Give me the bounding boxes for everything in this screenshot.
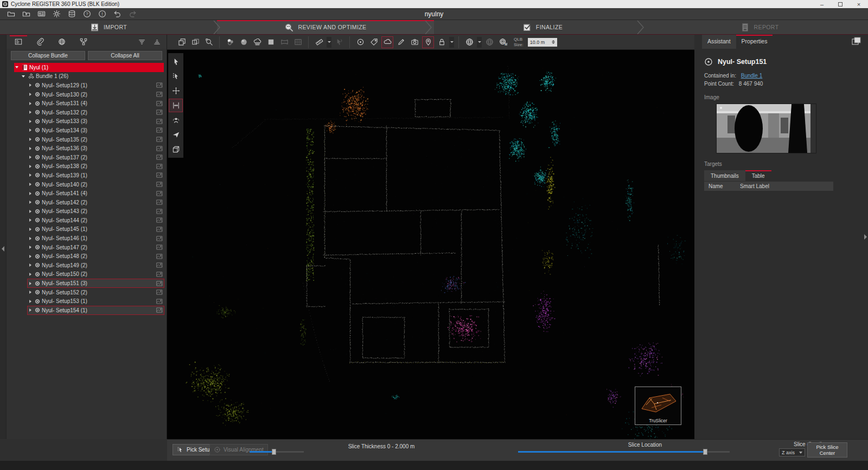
stepper-icon[interactable] [552,40,555,44]
image-icon[interactable] [156,271,163,278]
caret-down-icon[interactable] [22,75,25,78]
tree-item-setup[interactable]: Nyul- Setup150 (2) [7,270,167,279]
image-icon[interactable] [156,163,163,170]
tab-assistant[interactable]: Assistant [702,35,736,49]
caret-right-icon[interactable] [29,111,31,114]
tree-item-setup[interactable]: Nyul- Setup148 (2) [7,252,167,261]
fly-tool-button[interactable] [169,128,183,141]
tree-item-setup[interactable]: Nyul- Setup141 (4) [7,189,167,198]
caret-right-icon[interactable] [29,183,31,186]
caret-right-icon[interactable] [29,156,31,159]
pick-cursor-tool-button[interactable] [169,69,183,83]
tree-item-setup[interactable]: Nyul- Setup153 (1) [7,297,167,306]
image-icon[interactable] [156,307,163,313]
collapse-all-nodes-icon[interactable] [150,35,163,48]
caret-right-icon[interactable] [29,273,31,276]
pan-move-tool-button[interactable] [169,84,183,98]
cube-3d-tool-button[interactable] [169,143,183,156]
caret-right-icon[interactable] [29,291,31,294]
cloud-layers-button[interactable] [251,36,263,48]
caret-down-icon[interactable] [15,66,18,68]
tree-item-setup[interactable]: Nyul- Setup137 (2) [7,153,167,162]
point-cloud-canvas[interactable] [167,50,694,439]
sidebar-tab-globe[interactable] [55,35,68,48]
settings-gear-icon[interactable] [50,9,63,19]
tree-item-setup[interactable]: Nyul- Setup140 (2) [7,180,167,189]
slice-tool-button[interactable] [169,99,183,112]
tree-item-setup[interactable]: Nyul- Setup134 (3) [7,126,167,135]
close-button[interactable]: × [850,0,868,8]
image-icon[interactable] [156,181,163,188]
camera-button[interactable] [409,36,420,48]
image-icon[interactable] [156,109,163,115]
caret-right-icon[interactable] [29,228,31,231]
cloud-button[interactable] [381,36,393,48]
image-icon[interactable] [156,190,163,197]
caret-right-icon[interactable] [29,192,31,195]
tree-item-setup[interactable]: Nyul- Setup144 (2) [7,216,167,225]
tree-item-setup[interactable]: Nyul- Setup149 (2) [7,261,167,270]
pen-button[interactable] [395,36,407,48]
axis-ball-button[interactable] [463,36,475,48]
tree-item-setup[interactable]: Nyul- Setup139 (1) [7,171,167,180]
redo-icon[interactable] [126,9,139,19]
image-icon[interactable] [156,244,163,250]
image-icon[interactable] [156,208,163,215]
slice-location-handle[interactable] [703,449,707,455]
caret-right-icon[interactable] [29,308,31,312]
tree-item-setup[interactable]: Nyul- Setup145 (1) [7,225,167,234]
collapse-bundle-button[interactable]: Collapse Bundle [11,51,85,60]
tab-thumbnails[interactable]: Thumbnails [704,170,745,181]
zoom-region-button[interactable] [203,36,215,48]
point-cloud-viewport[interactable]: TruSlicer [167,50,694,439]
tree-item-setup[interactable]: Nyul- Setup147 (2) [7,243,167,252]
workflow-step-import[interactable]: IMPORT [0,20,217,34]
caret-right-icon[interactable] [29,83,31,87]
measure-ruler-button[interactable] [313,36,325,48]
slice-direction-select[interactable]: Z axis [779,448,805,456]
tag-button[interactable] [368,36,380,48]
collapse-panel-arrow-icon[interactable] [864,234,867,240]
workflow-step-finalize[interactable]: FINALIZE [434,20,651,34]
tree-item-setup[interactable]: Nyul- Setup146 (1) [7,234,167,243]
caret-right-icon[interactable] [29,237,31,240]
image-icon[interactable] [156,235,163,242]
image-icon[interactable] [156,127,163,133]
overlap-views-button[interactable] [189,36,201,48]
undock-panel-icon[interactable] [851,37,861,46]
open-folder-icon[interactable] [4,9,17,19]
color-mode-button[interactable] [224,36,236,48]
sidebar-tab-workflow-graph[interactable] [77,35,90,48]
image-icon[interactable] [156,289,163,295]
tree-item-setup[interactable]: Nyul- Setup151 (3) [7,279,167,288]
qlb-size-input[interactable]: 10.0 m [528,38,557,47]
image-icon[interactable] [156,280,163,287]
tree-item-setup[interactable]: Nyul- Setup138 (2) [7,162,167,171]
maximize-button[interactable] [831,0,850,8]
tree-item-setup[interactable]: Nyul- Setup130 (2) [7,90,167,99]
image-icon[interactable] [156,91,163,98]
image-icon[interactable] [156,82,163,88]
image-icon[interactable] [156,298,163,305]
tree-item-setup[interactable]: Nyul- Setup132 (2) [7,108,167,117]
tree-item-setup[interactable]: Nyul- Setup152 (2) [7,288,167,297]
tree-item-setup[interactable]: Nyul- Setup143 (2) [7,207,167,216]
chevron-down-icon[interactable] [449,37,454,48]
caret-right-icon[interactable] [29,93,31,96]
tree-item-bundle[interactable]: Bundle 1 (26) [7,72,167,81]
image-icon[interactable] [156,226,163,233]
caret-right-icon[interactable] [29,147,31,150]
tree-item-setup[interactable]: Nyul- Setup136 (3) [7,144,167,153]
truslicer-inset[interactable]: TruSlicer [635,387,681,425]
pick-slice-center-button[interactable]: Pick Slice Center [807,442,847,458]
image-icon[interactable] [156,217,163,223]
tree-item-project-root[interactable]: Nyul (1) [14,63,164,72]
bundle-link[interactable]: Bundle 1 [741,73,762,79]
image-icon[interactable] [156,262,163,268]
sidebar-tab-project-tree[interactable] [12,35,25,48]
caret-right-icon[interactable] [29,102,31,105]
caret-right-icon[interactable] [29,138,31,141]
caret-right-icon[interactable] [29,173,31,177]
caret-right-icon[interactable] [29,282,31,285]
info-icon[interactable]: ! [95,9,108,19]
